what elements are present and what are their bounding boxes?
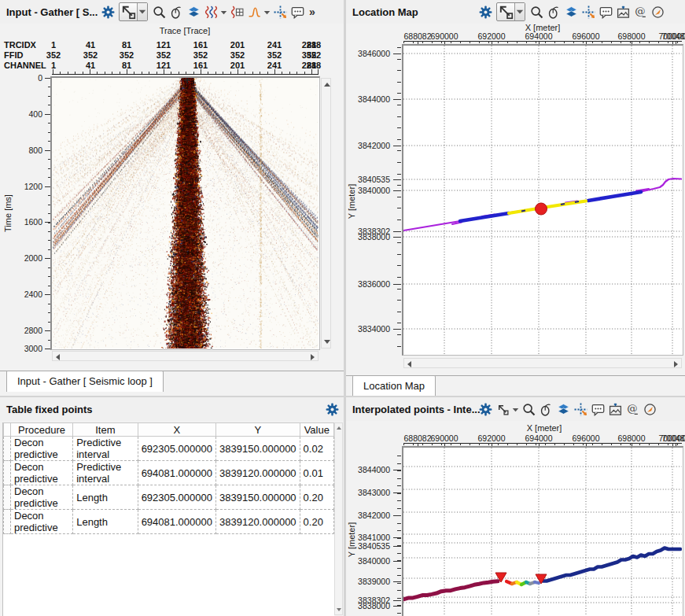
seismic-horizontal-scrollbar[interactable] (52, 351, 319, 361)
scroll-left-arrow-icon[interactable] (407, 361, 411, 367)
export-image-icon[interactable] (614, 3, 632, 20)
scroll-down-arrow-icon[interactable] (337, 608, 341, 611)
table-cell[interactable]: 694081.000000 (138, 461, 215, 485)
tick (397, 515, 401, 516)
column-header-y[interactable]: Y (216, 423, 300, 437)
layers-icon[interactable] (185, 3, 202, 20)
table-cell[interactable]: 3839120.000000 (216, 510, 300, 534)
active-source-marker[interactable] (536, 203, 547, 215)
tick (573, 443, 574, 445)
curve-dropdown-caret-icon[interactable] (263, 3, 271, 20)
scroll-right-arrow-icon[interactable] (674, 361, 678, 367)
compass-icon[interactable] (649, 3, 666, 20)
crosshair-probe-icon[interactable] (580, 3, 597, 20)
mouse-tools-icon[interactable] (168, 3, 185, 20)
column-header-value[interactable]: Value (300, 423, 333, 437)
amplitude-curve-icon[interactable] (245, 3, 263, 20)
row-header-cell[interactable] (4, 510, 11, 534)
settings-gear-icon[interactable] (477, 400, 494, 418)
table-cell[interactable]: Decon predictive (11, 510, 73, 534)
row-header-cell[interactable] (4, 485, 11, 510)
tick (621, 41, 621, 43)
actual-scale-icon[interactable]: @ (632, 3, 649, 20)
scroll-left-arrow-icon[interactable] (56, 354, 60, 360)
column-header-item[interactable]: Item (73, 423, 138, 437)
zoom-magnifier-icon[interactable] (528, 3, 545, 20)
select-mode-button[interactable] (496, 2, 525, 21)
trace-table-icon[interactable] (228, 3, 245, 20)
settings-gear-icon[interactable] (477, 3, 494, 20)
table-cell[interactable]: 3839150.000000 (216, 437, 300, 461)
comments-icon[interactable] (597, 3, 614, 20)
mouse-tools-icon[interactable] (545, 3, 562, 20)
scroll-up-arrow-icon[interactable] (337, 426, 341, 430)
table-cell[interactable]: 692305.000000 (138, 437, 215, 461)
comments-icon[interactable] (289, 3, 306, 20)
wiggle-dropdown-caret-icon[interactable] (219, 3, 228, 20)
layers-icon[interactable] (562, 3, 580, 20)
table-cell[interactable]: Decon predictive (11, 485, 73, 510)
row-header-cell[interactable] (4, 437, 11, 461)
location-map-horizontal-scrollbar[interactable] (403, 358, 682, 368)
table-cell[interactable]: Length (73, 510, 138, 534)
comments-icon[interactable] (589, 400, 606, 418)
tick (564, 41, 565, 43)
table-cell[interactable]: Decon predictive (11, 437, 73, 461)
tick (318, 69, 319, 74)
select-dropdown-caret-icon[interactable] (514, 3, 525, 20)
wiggle-display-icon[interactable] (202, 3, 219, 20)
column-header-x[interactable]: X (138, 423, 215, 437)
table-cell[interactable]: 694081.000000 (138, 510, 215, 534)
seismic-panel-title: Input - Gather [ S... (0, 6, 98, 18)
tick (397, 334, 401, 335)
tab-seismic-gather[interactable]: Input - Gather [ Seismic loop ] (6, 371, 164, 392)
select-mode-button[interactable] (119, 2, 148, 21)
table-vertical-scrollbar[interactable] (334, 422, 343, 615)
tick (397, 242, 401, 243)
time-tick-label: 1600 (8, 217, 42, 227)
zoom-magnifier-icon[interactable] (150, 3, 168, 20)
table-cell[interactable]: Length (73, 485, 138, 510)
select-dropdown-caret-icon[interactable] (511, 400, 520, 418)
table-cell[interactable]: 3839120.000000 (216, 461, 300, 485)
column-header-procedure[interactable]: Procedure (11, 423, 73, 437)
crosshair-probe-icon[interactable] (271, 3, 289, 20)
toolbar-overflow-icon[interactable]: » (306, 6, 319, 18)
scroll-right-arrow-icon[interactable] (311, 354, 315, 360)
table-cell[interactable]: 3839150.000000 (216, 485, 300, 510)
location-map-canvas[interactable] (403, 46, 682, 354)
tick (193, 72, 194, 74)
table-cell[interactable]: Predictive interval (73, 437, 138, 461)
compass-icon[interactable] (641, 400, 658, 418)
layers-icon[interactable] (554, 400, 572, 418)
interpolated-map-canvas[interactable] (403, 448, 682, 614)
table-cell[interactable]: Decon predictive (11, 461, 73, 485)
seismic-vertical-scrollbar[interactable] (321, 78, 331, 349)
tick (282, 72, 282, 74)
table-cell[interactable]: Predictive interval (73, 461, 138, 485)
settings-gear-icon[interactable] (99, 3, 116, 20)
zoom-magnifier-icon[interactable] (520, 400, 537, 418)
select-arrow-icon[interactable] (494, 400, 511, 418)
tick (545, 443, 546, 445)
tick (397, 568, 401, 569)
crosshair-probe-icon[interactable] (572, 400, 589, 418)
settings-gear-icon[interactable] (323, 400, 341, 418)
table-cell[interactable]: 0.20 (300, 510, 333, 534)
scroll-down-arrow-icon[interactable] (324, 340, 330, 344)
actual-scale-icon[interactable]: @ (624, 400, 641, 418)
x-tick-label: 698000 (608, 433, 655, 443)
location-map-title: Location Map (346, 6, 418, 18)
seismic-image-viewport[interactable] (52, 78, 319, 349)
export-image-icon[interactable] (606, 400, 624, 418)
select-dropdown-caret-icon[interactable] (137, 3, 147, 20)
table-cell[interactable]: 0.02 (300, 437, 333, 461)
table-cell[interactable]: 0.20 (300, 485, 333, 510)
scroll-up-arrow-icon[interactable] (324, 83, 330, 87)
table-cell[interactable]: 692305.000000 (138, 485, 215, 510)
row-header-cell[interactable] (4, 461, 11, 485)
mouse-tools-icon[interactable] (537, 400, 554, 418)
table-cell[interactable]: 0.01 (300, 461, 333, 485)
tab-location-map[interactable]: Location Map (352, 375, 436, 396)
tick (507, 443, 508, 445)
